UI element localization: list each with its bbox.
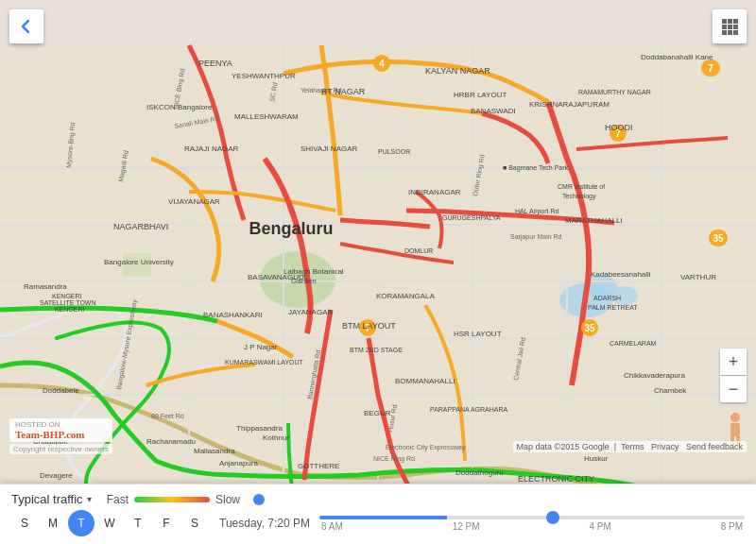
svg-text:MARATHAHALLI: MARATHAHALLI <box>565 216 623 225</box>
site-name: Team-BHP.com <box>15 429 84 440</box>
svg-text:KENGERI: KENGERI <box>52 293 82 299</box>
time-12pm: 12 PM <box>453 521 480 532</box>
svg-text:Devagere: Devagere <box>40 471 73 480</box>
svg-text:4: 4 <box>379 59 385 69</box>
traffic-panel: Typical traffic ▾ Fast Slow S M T W T F … <box>0 484 756 544</box>
svg-text:CMR Institute of: CMR Institute of <box>558 183 605 190</box>
svg-text:BEGUR: BEGUR <box>364 409 391 417</box>
svg-text:Anjanapura: Anjanapura <box>219 459 258 468</box>
feedback-link[interactable]: Send feedback <box>686 442 743 451</box>
copyright-text: Copyright respective owners <box>13 445 109 453</box>
terms-link[interactable]: Terms <box>621 442 644 451</box>
traffic-type-selector[interactable]: Typical traffic ▾ <box>11 492 92 506</box>
svg-rect-112 <box>722 19 727 24</box>
svg-text:Technology: Technology <box>562 193 596 200</box>
svg-text:HRBR LAYOUT: HRBR LAYOUT <box>454 91 507 99</box>
svg-text:35: 35 <box>584 323 595 333</box>
apps-grid-button[interactable] <box>713 9 747 43</box>
svg-text:PARAPPANA AGRAHARA: PARAPPANA AGRAHARA <box>430 406 508 413</box>
svg-text:KUMARASWAMI LAYOUT: KUMARASWAMI LAYOUT <box>225 359 304 366</box>
svg-text:JAYANAGAR: JAYANAGAR <box>288 308 333 316</box>
svg-text:BANASHANKARI: BANASHANKARI <box>203 311 263 319</box>
svg-rect-122 <box>730 423 740 436</box>
svg-text:PULSOOR: PULSOOR <box>378 148 410 155</box>
svg-text:DOMLUR: DOMLUR <box>404 247 433 254</box>
svg-text:Rachanamadu: Rachanamadu <box>146 437 196 446</box>
svg-rect-118 <box>722 30 727 35</box>
svg-text:GURUGESHPALYA: GURUGESHPALYA <box>442 214 501 221</box>
svg-text:NAGARBHAVI: NAGARBHAVI <box>113 222 168 231</box>
svg-text:Kothnur: Kothnur <box>263 434 289 442</box>
day-wednesday[interactable]: W <box>96 510 123 536</box>
svg-rect-116 <box>728 25 732 29</box>
svg-text:KENGERI: KENGERI <box>55 306 85 313</box>
svg-text:YESHWANTHPUR: YESHWANTHPUR <box>232 72 296 80</box>
svg-text:Chambek: Chambek <box>654 386 687 395</box>
svg-text:MALLESHWARAM: MALLESHWARAM <box>234 112 299 121</box>
hosted-on-label: HOSTED ON <box>15 420 107 429</box>
svg-text:J P Nagar: J P Nagar <box>244 343 278 351</box>
zoom-in-button[interactable]: + <box>720 348 747 375</box>
day-sunday[interactable]: S <box>11 510 38 536</box>
svg-text:Electronic City Expressway: Electronic City Expressway <box>386 444 466 451</box>
svg-text:Garden: Garden <box>291 277 317 285</box>
day-monday[interactable]: M <box>40 510 66 536</box>
time-8pm: 8 PM <box>721 521 743 532</box>
day-tuesday[interactable]: T <box>68 510 94 536</box>
time-slider-container: 8 AM 12 PM 4 PM 8 PM <box>319 516 745 532</box>
svg-text:RAMAMURTHY NAGAR: RAMAMURTHY NAGAR <box>578 89 651 95</box>
svg-text:Doddathoguru: Doddathoguru <box>455 468 504 477</box>
time-axis-labels: 8 AM 12 PM 4 PM 8 PM <box>319 521 745 532</box>
svg-text:■ Bagmane Tech Park: ■ Bagmane Tech Park <box>503 164 569 172</box>
svg-text:SATELLITE TOWN: SATELLITE TOWN <box>40 299 96 306</box>
svg-rect-120 <box>733 30 738 35</box>
time-8am: 8 AM <box>321 521 343 532</box>
svg-text:VARTHUR: VARTHUR <box>680 273 716 281</box>
svg-text:VIJAYANAGAR: VIJAYANAGAR <box>168 197 220 206</box>
svg-text:Bangalore University: Bangalore University <box>104 258 174 266</box>
time-display: Tuesday, 7:20 PM <box>219 517 310 530</box>
grid-icon <box>721 18 738 35</box>
svg-text:INDIRANAGAR: INDIRANAGAR <box>408 188 461 196</box>
svg-text:Ramasandra: Ramasandra <box>24 282 67 291</box>
slow-label: Slow <box>215 493 240 506</box>
svg-text:35: 35 <box>713 233 724 244</box>
svg-text:Huskur: Huskur <box>584 454 609 463</box>
zoom-controls: + − <box>720 348 747 402</box>
legend-bar <box>134 497 210 502</box>
map-svg: 4 7 7 35 35 7 Bengaluru PEENYA YESHWANTH… <box>0 0 756 544</box>
svg-text:Bengaluru: Bengaluru <box>249 219 333 238</box>
traffic-legend: Fast Slow <box>107 493 265 506</box>
svg-rect-117 <box>733 25 738 29</box>
svg-text:ADARSH: ADARSH <box>593 295 621 301</box>
svg-rect-115 <box>722 25 727 29</box>
nav-back-button[interactable] <box>9 9 43 43</box>
live-indicator <box>253 494 265 505</box>
svg-text:KALYAN NAGAR: KALYAN NAGAR <box>425 66 490 76</box>
svg-text:BOMMANAHALLI: BOMMANAHALLI <box>395 377 455 385</box>
svg-text:ELECTRONIC CITY: ELECTRONIC CITY <box>518 474 594 484</box>
svg-rect-114 <box>733 19 738 24</box>
svg-text:BTM LAYOUT: BTM LAYOUT <box>342 321 396 331</box>
svg-text:KORAMANGALA: KORAMANGALA <box>376 292 435 300</box>
time-slider[interactable] <box>319 516 745 519</box>
traffic-type-label: Typical traffic <box>11 492 83 506</box>
svg-text:RAJAJI NAGAR: RAJAJI NAGAR <box>184 144 239 153</box>
svg-text:Thippasandra: Thippasandra <box>236 424 283 433</box>
svg-text:HAL Airport Rd: HAL Airport Rd <box>515 208 559 215</box>
svg-text:KRISHNARAJAPURAM: KRISHNARAJAPURAM <box>529 100 610 109</box>
svg-text:BANASWADI: BANASWADI <box>471 107 516 115</box>
svg-text:7: 7 <box>708 63 713 74</box>
day-friday[interactable]: F <box>153 510 180 536</box>
day-thursday[interactable]: T <box>125 510 151 536</box>
zoom-out-button[interactable]: − <box>720 376 747 402</box>
day-saturday[interactable]: S <box>181 510 208 536</box>
time-4pm: 4 PM <box>589 521 610 532</box>
svg-point-121 <box>730 413 740 422</box>
svg-text:HSR LAYOUT: HSR LAYOUT <box>454 330 502 338</box>
svg-text:NICE Ring Rd: NICE Ring Rd <box>373 455 415 463</box>
svg-text:PEENYA: PEENYA <box>198 59 232 68</box>
dropdown-arrow-icon: ▾ <box>87 494 92 504</box>
svg-text:CARMELARAM: CARMELARAM <box>610 340 657 347</box>
privacy-link[interactable]: Privacy <box>651 442 679 451</box>
